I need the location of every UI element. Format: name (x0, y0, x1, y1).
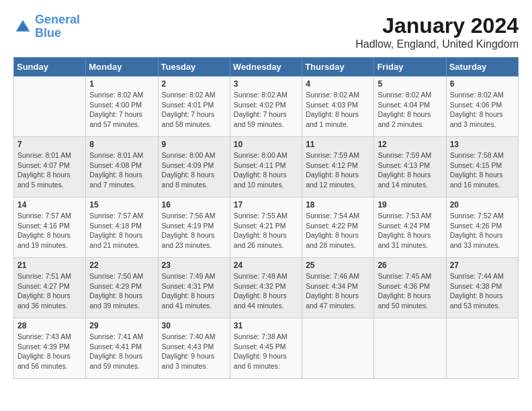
calendar-cell: 28Sunrise: 7:43 AMSunset: 4:39 PMDayligh… (14, 318, 86, 379)
day-number: 11 (306, 140, 370, 149)
day-info: Sunrise: 8:02 AMSunset: 4:04 PMDaylight:… (378, 90, 442, 130)
calendar-cell: 23Sunrise: 7:49 AMSunset: 4:31 PMDayligh… (158, 258, 230, 318)
calendar-cell: 17Sunrise: 7:55 AMSunset: 4:21 PMDayligh… (230, 197, 302, 258)
day-info: Sunrise: 7:57 AMSunset: 4:18 PMDaylight:… (89, 211, 154, 250)
calendar-cell: 1Sunrise: 8:02 AMSunset: 4:00 PMDaylight… (86, 77, 158, 137)
calendar-cell (374, 318, 446, 379)
calendar-cell: 3Sunrise: 8:02 AMSunset: 4:02 PMDaylight… (230, 77, 302, 137)
page-header: General Blue January 2024 Hadlow, Englan… (13, 13, 519, 50)
calendar-cell: 10Sunrise: 8:00 AMSunset: 4:11 PMDayligh… (230, 137, 302, 197)
calendar-cell: 4Sunrise: 8:02 AMSunset: 4:03 PMDaylight… (302, 77, 374, 137)
day-number: 7 (17, 140, 82, 149)
calendar-week-row: 14Sunrise: 7:57 AMSunset: 4:16 PMDayligh… (14, 197, 519, 258)
calendar-cell: 26Sunrise: 7:45 AMSunset: 4:36 PMDayligh… (374, 258, 446, 318)
day-info: Sunrise: 8:02 AMSunset: 4:01 PMDaylight:… (162, 90, 226, 130)
calendar-week-row: 21Sunrise: 7:51 AMSunset: 4:27 PMDayligh… (14, 258, 519, 318)
day-info: Sunrise: 8:02 AMSunset: 4:02 PMDaylight:… (234, 90, 298, 130)
day-number: 1 (89, 79, 154, 89)
day-info: Sunrise: 7:43 AMSunset: 4:39 PMDaylight:… (17, 332, 82, 371)
calendar-cell (302, 318, 374, 379)
header-saturday: Saturday (446, 58, 518, 77)
calendar-week-row: 1Sunrise: 8:02 AMSunset: 4:00 PMDaylight… (14, 77, 519, 137)
day-number: 28 (17, 321, 82, 330)
day-number: 27 (450, 261, 515, 270)
day-number: 31 (234, 321, 298, 330)
header-thursday: Thursday (302, 58, 374, 77)
page-title: January 2024 (355, 13, 519, 38)
day-info: Sunrise: 7:45 AMSunset: 4:36 PMDaylight:… (378, 271, 442, 311)
calendar-cell: 22Sunrise: 7:50 AMSunset: 4:29 PMDayligh… (86, 258, 158, 318)
calendar-cell: 30Sunrise: 7:40 AMSunset: 4:43 PMDayligh… (158, 318, 230, 379)
logo-text: General Blue (35, 13, 80, 40)
day-info: Sunrise: 8:02 AMSunset: 4:06 PMDaylight:… (450, 90, 515, 130)
header-tuesday: Tuesday (158, 58, 230, 77)
calendar-cell: 20Sunrise: 7:52 AMSunset: 4:26 PMDayligh… (446, 197, 518, 258)
calendar-cell (446, 318, 518, 379)
day-info: Sunrise: 7:40 AMSunset: 4:43 PMDaylight:… (162, 332, 226, 371)
day-info: Sunrise: 7:59 AMSunset: 4:13 PMDaylight:… (378, 150, 442, 190)
calendar-week-row: 28Sunrise: 7:43 AMSunset: 4:39 PMDayligh… (14, 318, 519, 379)
day-number: 14 (17, 200, 82, 210)
calendar-cell (14, 77, 86, 137)
calendar-cell: 19Sunrise: 7:53 AMSunset: 4:24 PMDayligh… (374, 197, 446, 258)
calendar-cell: 2Sunrise: 8:02 AMSunset: 4:01 PMDaylight… (158, 77, 230, 137)
calendar-cell: 14Sunrise: 7:57 AMSunset: 4:16 PMDayligh… (14, 197, 86, 258)
day-number: 21 (17, 261, 82, 270)
day-number: 22 (89, 261, 154, 270)
header-sunday: Sunday (14, 58, 86, 77)
day-info: Sunrise: 7:50 AMSunset: 4:29 PMDaylight:… (89, 271, 154, 311)
calendar-cell: 27Sunrise: 7:44 AMSunset: 4:38 PMDayligh… (446, 258, 518, 318)
day-info: Sunrise: 8:02 AMSunset: 4:00 PMDaylight:… (89, 90, 154, 130)
calendar-table: SundayMondayTuesdayWednesdayThursdayFrid… (13, 57, 519, 379)
day-number: 29 (89, 321, 154, 330)
calendar-cell: 24Sunrise: 7:48 AMSunset: 4:32 PMDayligh… (230, 258, 302, 318)
calendar-cell: 29Sunrise: 7:41 AMSunset: 4:41 PMDayligh… (86, 318, 158, 379)
calendar-cell: 6Sunrise: 8:02 AMSunset: 4:06 PMDaylight… (446, 77, 518, 137)
calendar-cell: 9Sunrise: 8:00 AMSunset: 4:09 PMDaylight… (158, 137, 230, 197)
day-info: Sunrise: 7:49 AMSunset: 4:31 PMDaylight:… (162, 271, 226, 311)
day-number: 3 (234, 79, 298, 89)
day-number: 16 (162, 200, 226, 210)
day-number: 18 (306, 200, 370, 210)
day-number: 25 (306, 261, 370, 270)
day-number: 15 (89, 200, 154, 210)
day-number: 30 (162, 321, 226, 330)
day-number: 2 (162, 79, 226, 89)
day-number: 17 (234, 200, 298, 210)
calendar-cell: 25Sunrise: 7:46 AMSunset: 4:34 PMDayligh… (302, 258, 374, 318)
day-number: 23 (162, 261, 226, 270)
day-info: Sunrise: 7:59 AMSunset: 4:12 PMDaylight:… (306, 150, 370, 190)
day-info: Sunrise: 7:44 AMSunset: 4:38 PMDaylight:… (450, 271, 515, 311)
day-number: 4 (306, 79, 370, 89)
calendar-cell: 16Sunrise: 7:56 AMSunset: 4:19 PMDayligh… (158, 197, 230, 258)
calendar-cell: 11Sunrise: 7:59 AMSunset: 4:12 PMDayligh… (302, 137, 374, 197)
logo: General Blue (13, 13, 80, 40)
day-info: Sunrise: 8:01 AMSunset: 4:08 PMDaylight:… (89, 150, 154, 190)
page-subtitle: Hadlow, England, United Kingdom (355, 38, 519, 50)
calendar-header-row: SundayMondayTuesdayWednesdayThursdayFrid… (14, 58, 519, 77)
day-info: Sunrise: 7:38 AMSunset: 4:45 PMDaylight:… (234, 332, 298, 371)
calendar-cell: 18Sunrise: 7:54 AMSunset: 4:22 PMDayligh… (302, 197, 374, 258)
day-number: 9 (162, 140, 226, 149)
day-number: 12 (378, 140, 442, 149)
day-info: Sunrise: 7:52 AMSunset: 4:26 PMDaylight:… (450, 211, 515, 250)
day-number: 5 (378, 79, 442, 89)
calendar-cell: 12Sunrise: 7:59 AMSunset: 4:13 PMDayligh… (374, 137, 446, 197)
day-info: Sunrise: 8:01 AMSunset: 4:07 PMDaylight:… (17, 150, 82, 190)
calendar-cell: 8Sunrise: 8:01 AMSunset: 4:08 PMDaylight… (86, 137, 158, 197)
header-wednesday: Wednesday (230, 58, 302, 77)
day-number: 8 (89, 140, 154, 149)
calendar-cell: 5Sunrise: 8:02 AMSunset: 4:04 PMDaylight… (374, 77, 446, 137)
header-monday: Monday (86, 58, 158, 77)
day-info: Sunrise: 7:57 AMSunset: 4:16 PMDaylight:… (17, 211, 82, 250)
title-block: January 2024 Hadlow, England, United Kin… (355, 13, 519, 50)
day-number: 6 (450, 79, 515, 89)
calendar-cell: 15Sunrise: 7:57 AMSunset: 4:18 PMDayligh… (86, 197, 158, 258)
day-info: Sunrise: 8:00 AMSunset: 4:09 PMDaylight:… (162, 150, 226, 190)
day-info: Sunrise: 7:41 AMSunset: 4:41 PMDaylight:… (89, 332, 154, 371)
day-info: Sunrise: 7:46 AMSunset: 4:34 PMDaylight:… (306, 271, 370, 311)
day-info: Sunrise: 7:58 AMSunset: 4:15 PMDaylight:… (450, 150, 515, 190)
day-info: Sunrise: 7:48 AMSunset: 4:32 PMDaylight:… (234, 271, 298, 311)
calendar-week-row: 7Sunrise: 8:01 AMSunset: 4:07 PMDaylight… (14, 137, 519, 197)
day-info: Sunrise: 8:02 AMSunset: 4:03 PMDaylight:… (306, 90, 370, 130)
